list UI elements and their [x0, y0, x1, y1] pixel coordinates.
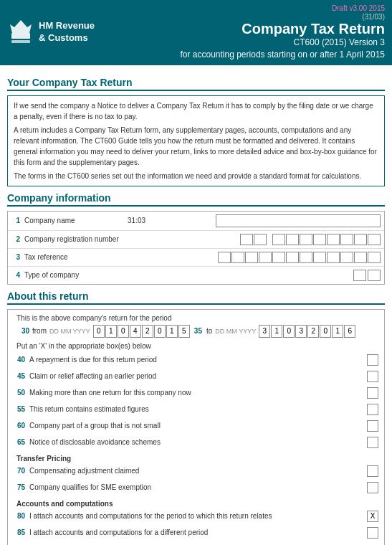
form-period: for accounting periods starting on or af… [95, 49, 385, 61]
to-d3[interactable]: 0 [283, 325, 295, 338]
reg-box-4[interactable] [286, 234, 299, 245]
field-label-75: Company qualifies for SME exemption [29, 483, 367, 491]
from-d6[interactable]: 0 [154, 325, 166, 338]
field-label-40: A repayment is due for this return perio… [29, 356, 367, 364]
form-title: Company Tax Return [95, 21, 385, 37]
field-label-55: This return contains estimated figures [29, 405, 367, 413]
taxref-box-5[interactable] [272, 252, 285, 263]
field-num-65: 65 [14, 438, 29, 446]
table-row: 2 Company registration number [8, 231, 384, 249]
reg-box-3[interactable] [272, 234, 285, 245]
transfer-pricing-label: Transfer Pricing [14, 452, 378, 464]
taxref-box-3[interactable] [245, 252, 258, 263]
checkbox-40[interactable] [367, 354, 378, 366]
field-num-40: 40 [14, 356, 29, 364]
from-d2[interactable]: 1 [105, 325, 117, 338]
reg-number-boxes [240, 234, 381, 245]
reg-box-2[interactable] [254, 234, 267, 245]
field-label-80: I attach accounts and computations for t… [29, 512, 367, 520]
company-name-value: 31:03 [128, 217, 145, 224]
to-d8[interactable]: 6 [344, 325, 355, 338]
checkbox-55[interactable] [367, 404, 378, 415]
checkbox-85[interactable] [367, 527, 378, 539]
reg-box-9[interactable] [354, 234, 367, 245]
hmrc-crown-icon [7, 17, 34, 47]
section-company-info-title: Company information [7, 192, 385, 207]
checkbox-75[interactable] [367, 482, 378, 493]
form-subtitle: CT600 (2015) Version 3 [95, 37, 385, 49]
taxref-box-4[interactable] [259, 252, 272, 263]
taxref-box-12[interactable] [368, 252, 381, 263]
reg-box-7[interactable] [327, 234, 340, 245]
reg-box-10[interactable] [368, 234, 381, 245]
svg-rect-3 [11, 40, 30, 43]
field-num-75: 75 [14, 483, 29, 491]
to-d4[interactable]: 3 [295, 325, 307, 338]
taxref-box-9[interactable] [327, 252, 340, 263]
about-row-75: 75 Company qualifies for SME exemption [14, 480, 378, 495]
reg-box-8[interactable] [340, 234, 353, 245]
to-d5[interactable]: 2 [307, 325, 319, 338]
to-d1[interactable]: 3 [259, 325, 270, 338]
to-date-boxes: 3 1 0 3 2 0 1 6 [259, 325, 355, 338]
field-num-2: 2 [11, 235, 24, 243]
field-num-4: 4 [11, 271, 24, 279]
taxref-box-10[interactable] [340, 252, 353, 263]
put-x-label: Put an 'X' in the appropriate box(es) be… [16, 342, 378, 350]
field-label-tax-ref: Tax reference [24, 253, 125, 261]
from-d7[interactable]: 1 [166, 325, 178, 338]
field-label-60: Company part of a group that is not smal… [29, 422, 367, 430]
to-d7[interactable]: 1 [332, 325, 343, 338]
field-num-45: 45 [14, 372, 29, 380]
taxref-box-2[interactable] [231, 252, 244, 263]
info-para-1: If we send the company a Notice to deliv… [14, 100, 378, 122]
header-title-area: Draft v3.00 2015 (31/03) Company Tax Ret… [95, 4, 385, 61]
section-your-return-title: Your Company Tax Return [7, 77, 385, 91]
about-row-65: 65 Notice of disclosable avoidance schem… [14, 435, 378, 450]
field-num-1: 1 [11, 217, 24, 224]
to-d6[interactable]: 0 [320, 325, 331, 338]
checkbox-45[interactable] [367, 371, 378, 382]
info-para-2: A return includes a Company Tax Return f… [14, 125, 378, 168]
field-num-85: 85 [14, 529, 29, 536]
table-row: 4 Type of company [8, 267, 384, 284]
about-row-80: 80 I attach accounts and computations fo… [14, 509, 378, 523]
type-boxes-group [353, 270, 381, 281]
from-d1[interactable]: 0 [93, 325, 105, 338]
checkbox-65[interactable] [367, 437, 378, 448]
taxref-box-11[interactable] [354, 252, 367, 263]
taxref-box-1[interactable] [218, 252, 231, 263]
about-row-55: 55 This return contains estimated figure… [14, 402, 378, 417]
company-name-input[interactable] [216, 214, 381, 227]
field-num-55: 55 [14, 405, 29, 413]
taxref-box-7[interactable] [300, 252, 312, 263]
main-content: Your Company Tax Return If we send the c… [0, 65, 392, 545]
reg-box-5[interactable] [300, 234, 312, 245]
reg-box-6[interactable] [313, 234, 326, 245]
checkbox-60[interactable] [367, 420, 378, 432]
taxref-box-8[interactable] [313, 252, 326, 263]
checkbox-80[interactable]: X [367, 511, 378, 522]
table-row: 3 Tax reference [8, 249, 384, 267]
from-d8[interactable]: 5 [178, 325, 190, 338]
field-label-reg: Company registration number [24, 235, 125, 243]
field-label-70: Compensating adjustment claimed [29, 467, 367, 475]
checkbox-50[interactable] [367, 387, 378, 399]
reg-box-1[interactable] [240, 234, 253, 245]
field-label-50: Making more than one return for this com… [29, 389, 367, 397]
about-row-60: 60 Company part of a group that is not s… [14, 419, 378, 433]
type-box-2[interactable] [368, 270, 381, 281]
taxref-box-6[interactable] [286, 252, 299, 263]
from-d3[interactable]: 0 [118, 325, 129, 338]
type-box-1[interactable] [353, 270, 366, 281]
field-label-company-name: Company name [24, 217, 125, 224]
date-row: 30 from DD MM YYYY 0 1 0 4 2 0 1 5 35 to… [14, 325, 378, 338]
section-about-title: About this return [7, 290, 385, 305]
from-d4[interactable]: 4 [130, 325, 141, 338]
page-header: HM Revenue & Customs Draft v3.00 2015 (3… [0, 0, 392, 65]
checkbox-70[interactable] [367, 465, 378, 477]
from-d5[interactable]: 2 [142, 325, 153, 338]
field-label-85: I attach accounts and computations for a… [29, 529, 367, 536]
about-row-85: 85 I attach accounts and computations fo… [14, 526, 378, 540]
to-d2[interactable]: 1 [271, 325, 282, 338]
